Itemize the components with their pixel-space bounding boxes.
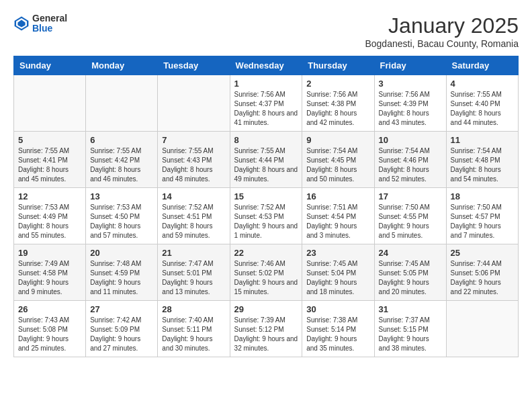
day-number: 14 xyxy=(162,191,225,201)
day-number: 23 xyxy=(306,248,369,258)
day-number: 28 xyxy=(162,304,225,314)
day-number: 26 xyxy=(18,304,81,314)
day-number: 31 xyxy=(379,304,442,314)
day-info: Sunrise: 7:39 AM Sunset: 5:12 PM Dayligh… xyxy=(234,316,298,353)
calendar-cell: 19Sunrise: 7:49 AM Sunset: 4:58 PM Dayli… xyxy=(14,244,86,301)
day-number: 2 xyxy=(306,79,369,89)
weekday-header-wednesday: Wednesday xyxy=(230,56,302,75)
day-number: 22 xyxy=(234,248,298,258)
day-number: 15 xyxy=(234,191,298,201)
day-info: Sunrise: 7:52 AM Sunset: 4:51 PM Dayligh… xyxy=(162,203,225,240)
day-number: 29 xyxy=(234,304,298,314)
logo-blue-text: Blue xyxy=(32,24,67,34)
calendar-cell: 26Sunrise: 7:43 AM Sunset: 5:08 PM Dayli… xyxy=(14,301,86,357)
weekday-header-friday: Friday xyxy=(374,56,446,75)
day-number: 21 xyxy=(162,248,225,258)
calendar-cell: 4Sunrise: 7:55 AM Sunset: 4:40 PM Daylig… xyxy=(446,75,518,132)
logo: General Blue xyxy=(13,13,67,34)
day-info: Sunrise: 7:55 AM Sunset: 4:42 PM Dayligh… xyxy=(90,146,153,184)
calendar-cell: 23Sunrise: 7:45 AM Sunset: 5:04 PM Dayli… xyxy=(302,244,374,301)
calendar-cell: 13Sunrise: 7:53 AM Sunset: 4:50 PM Dayli… xyxy=(86,188,158,244)
logo-general-text: General xyxy=(32,13,67,24)
day-info: Sunrise: 7:48 AM Sunset: 4:59 PM Dayligh… xyxy=(90,259,153,297)
day-info: Sunrise: 7:56 AM Sunset: 4:38 PM Dayligh… xyxy=(306,90,369,128)
day-info: Sunrise: 7:45 AM Sunset: 5:04 PM Dayligh… xyxy=(306,259,369,297)
day-info: Sunrise: 7:50 AM Sunset: 4:57 PM Dayligh… xyxy=(451,203,514,240)
day-info: Sunrise: 7:47 AM Sunset: 5:01 PM Dayligh… xyxy=(162,259,225,297)
day-info: Sunrise: 7:55 AM Sunset: 4:41 PM Dayligh… xyxy=(18,146,81,184)
day-info: Sunrise: 7:54 AM Sunset: 4:46 PM Dayligh… xyxy=(379,146,442,184)
calendar-cell: 22Sunrise: 7:46 AM Sunset: 5:02 PM Dayli… xyxy=(230,244,302,301)
day-number: 10 xyxy=(379,135,442,145)
day-number: 19 xyxy=(18,248,81,258)
day-number: 11 xyxy=(451,135,514,145)
day-number: 6 xyxy=(90,135,153,145)
day-number: 9 xyxy=(306,135,369,145)
day-number: 18 xyxy=(451,191,514,201)
day-info: Sunrise: 7:52 AM Sunset: 4:53 PM Dayligh… xyxy=(234,203,298,240)
calendar-cell: 8Sunrise: 7:55 AM Sunset: 4:44 PM Daylig… xyxy=(230,132,302,188)
day-info: Sunrise: 7:53 AM Sunset: 4:49 PM Dayligh… xyxy=(18,203,81,240)
day-number: 20 xyxy=(90,248,153,258)
day-info: Sunrise: 7:53 AM Sunset: 4:50 PM Dayligh… xyxy=(90,203,153,240)
weekday-header-saturday: Saturday xyxy=(446,56,518,75)
day-number: 24 xyxy=(379,248,442,258)
calendar-cell: 10Sunrise: 7:54 AM Sunset: 4:46 PM Dayli… xyxy=(374,132,446,188)
day-info: Sunrise: 7:45 AM Sunset: 5:05 PM Dayligh… xyxy=(379,259,442,297)
day-info: Sunrise: 7:55 AM Sunset: 4:43 PM Dayligh… xyxy=(162,146,225,184)
calendar-week-row: 26Sunrise: 7:43 AM Sunset: 5:08 PM Dayli… xyxy=(14,301,519,357)
page-header: General Blue January 2025 Bogdanesti, Ba… xyxy=(13,13,519,49)
calendar-cell: 25Sunrise: 7:44 AM Sunset: 5:06 PM Dayli… xyxy=(446,244,518,301)
title-area: January 2025 Bogdanesti, Bacau County, R… xyxy=(365,13,519,49)
calendar-week-row: 5Sunrise: 7:55 AM Sunset: 4:41 PM Daylig… xyxy=(14,132,519,188)
day-number: 17 xyxy=(379,191,442,201)
calendar-cell: 31Sunrise: 7:37 AM Sunset: 5:15 PM Dayli… xyxy=(374,301,446,357)
calendar-cell: 11Sunrise: 7:54 AM Sunset: 4:48 PM Dayli… xyxy=(446,132,518,188)
calendar-cell: 29Sunrise: 7:39 AM Sunset: 5:12 PM Dayli… xyxy=(230,301,302,357)
day-number: 1 xyxy=(234,79,298,89)
calendar-cell: 9Sunrise: 7:54 AM Sunset: 4:45 PM Daylig… xyxy=(302,132,374,188)
day-info: Sunrise: 7:55 AM Sunset: 4:44 PM Dayligh… xyxy=(234,146,298,184)
calendar-cell: 6Sunrise: 7:55 AM Sunset: 4:42 PM Daylig… xyxy=(86,132,158,188)
weekday-header-tuesday: Tuesday xyxy=(158,56,230,75)
calendar-week-row: 19Sunrise: 7:49 AM Sunset: 4:58 PM Dayli… xyxy=(14,244,519,301)
day-number: 3 xyxy=(379,79,442,89)
day-info: Sunrise: 7:55 AM Sunset: 4:40 PM Dayligh… xyxy=(451,90,514,128)
calendar-cell xyxy=(446,301,518,357)
day-info: Sunrise: 7:56 AM Sunset: 4:37 PM Dayligh… xyxy=(234,90,298,128)
day-info: Sunrise: 7:43 AM Sunset: 5:08 PM Dayligh… xyxy=(18,316,81,353)
day-number: 30 xyxy=(306,304,369,314)
day-info: Sunrise: 7:54 AM Sunset: 4:48 PM Dayligh… xyxy=(451,146,514,184)
calendar-table: SundayMondayTuesdayWednesdayThursdayFrid… xyxy=(13,56,519,357)
day-info: Sunrise: 7:51 AM Sunset: 4:54 PM Dayligh… xyxy=(306,203,369,240)
day-number: 4 xyxy=(451,79,514,89)
calendar-cell: 2Sunrise: 7:56 AM Sunset: 4:38 PM Daylig… xyxy=(302,75,374,132)
logo-text: General Blue xyxy=(32,13,67,34)
calendar-cell: 30Sunrise: 7:38 AM Sunset: 5:14 PM Dayli… xyxy=(302,301,374,357)
calendar-cell: 1Sunrise: 7:56 AM Sunset: 4:37 PM Daylig… xyxy=(230,75,302,132)
calendar-cell: 16Sunrise: 7:51 AM Sunset: 4:54 PM Dayli… xyxy=(302,188,374,244)
location-subtitle: Bogdanesti, Bacau County, Romania xyxy=(365,38,519,49)
calendar-cell xyxy=(158,75,230,132)
day-number: 25 xyxy=(451,248,514,258)
day-info: Sunrise: 7:49 AM Sunset: 4:58 PM Dayligh… xyxy=(18,259,81,297)
calendar-cell: 27Sunrise: 7:42 AM Sunset: 5:09 PM Dayli… xyxy=(86,301,158,357)
calendar-cell: 15Sunrise: 7:52 AM Sunset: 4:53 PM Dayli… xyxy=(230,188,302,244)
day-info: Sunrise: 7:40 AM Sunset: 5:11 PM Dayligh… xyxy=(162,316,225,353)
weekday-header-thursday: Thursday xyxy=(302,56,374,75)
logo-icon xyxy=(13,15,30,32)
day-info: Sunrise: 7:56 AM Sunset: 4:39 PM Dayligh… xyxy=(379,90,442,128)
day-info: Sunrise: 7:42 AM Sunset: 5:09 PM Dayligh… xyxy=(90,316,153,353)
calendar-cell: 12Sunrise: 7:53 AM Sunset: 4:49 PM Dayli… xyxy=(14,188,86,244)
calendar-cell: 24Sunrise: 7:45 AM Sunset: 5:05 PM Dayli… xyxy=(374,244,446,301)
calendar-cell: 18Sunrise: 7:50 AM Sunset: 4:57 PM Dayli… xyxy=(446,188,518,244)
calendar-cell: 14Sunrise: 7:52 AM Sunset: 4:51 PM Dayli… xyxy=(158,188,230,244)
day-number: 27 xyxy=(90,304,153,314)
weekday-header-monday: Monday xyxy=(86,56,158,75)
day-info: Sunrise: 7:46 AM Sunset: 5:02 PM Dayligh… xyxy=(234,259,298,297)
calendar-cell: 28Sunrise: 7:40 AM Sunset: 5:11 PM Dayli… xyxy=(158,301,230,357)
day-number: 5 xyxy=(18,135,81,145)
day-number: 13 xyxy=(90,191,153,201)
calendar-cell xyxy=(86,75,158,132)
calendar-cell: 7Sunrise: 7:55 AM Sunset: 4:43 PM Daylig… xyxy=(158,132,230,188)
